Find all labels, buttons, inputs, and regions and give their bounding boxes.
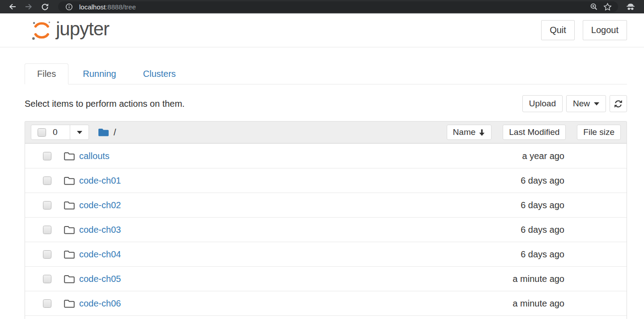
browser-toolbar: localhost:8888/tree	[0, 0, 644, 13]
caret-down-icon	[77, 131, 82, 134]
table-row: code-ch03 6 days ago	[25, 217, 627, 242]
upload-button[interactable]: Upload	[522, 95, 563, 112]
tab-running[interactable]: Running	[70, 63, 129, 84]
folder-link[interactable]: code-ch02	[79, 200, 121, 210]
jupyter-logo-icon	[31, 20, 52, 41]
zoom-icon[interactable]	[587, 1, 601, 12]
sort-name-button[interactable]: Name	[447, 125, 492, 140]
last-modified: 6 days ago	[521, 249, 564, 260]
folder-link[interactable]: code-ch04	[79, 249, 121, 260]
last-modified: 6 days ago	[521, 176, 564, 186]
row-checkbox[interactable]	[43, 299, 51, 308]
table-row: code-ch01 6 days ago	[25, 168, 627, 193]
url-text[interactable]: localhost:8888/tree	[79, 3, 136, 11]
row-checkbox[interactable]	[43, 275, 51, 283]
file-list-header: 0 / Name Last Modified	[25, 122, 627, 143]
actions-buttons: Upload New	[522, 95, 627, 112]
folder-link[interactable]: code-ch03	[79, 225, 121, 235]
folder-link[interactable]: code-ch05	[79, 274, 121, 284]
select-all-checkbox[interactable]	[38, 128, 46, 137]
tab-files[interactable]: Files	[25, 63, 68, 84]
select-all-button[interactable]: 0	[31, 125, 70, 139]
forward-icon[interactable]	[21, 0, 37, 13]
tab-clusters[interactable]: Clusters	[131, 63, 188, 84]
folder-icon	[64, 225, 75, 235]
last-modified: a minute ago	[513, 274, 564, 284]
sort-file-size-button[interactable]: File size	[577, 125, 621, 140]
last-modified: a year ago	[522, 151, 564, 161]
refresh-button[interactable]	[610, 95, 627, 112]
row-checkbox[interactable]	[43, 176, 51, 185]
row-checkbox[interactable]	[43, 226, 51, 234]
refresh-icon	[614, 100, 623, 108]
breadcrumb: /	[97, 127, 116, 138]
select-all-button-group: 0	[31, 125, 89, 140]
folder-link[interactable]: code-ch06	[79, 298, 121, 309]
address-bar[interactable]: localhost:8888/tree	[58, 1, 618, 12]
bookmark-star-icon[interactable]	[601, 1, 614, 12]
folder-icon	[64, 151, 75, 161]
folder-icon	[64, 201, 75, 210]
table-row: code-ch05 a minute ago	[25, 266, 627, 291]
reload-icon[interactable]	[37, 0, 53, 13]
main-content: Files Running Clusters Select items to p…	[25, 63, 627, 319]
table-row: code-ch06 a minute ago	[25, 291, 627, 315]
incognito-icon[interactable]	[623, 0, 639, 13]
folder-icon	[64, 299, 75, 308]
select-items-message: Select items to perform actions on them.	[25, 99, 185, 109]
last-modified: 6 days ago	[521, 200, 564, 210]
sort-name-label: Name	[453, 127, 476, 137]
sort-arrow-down-icon	[479, 129, 485, 136]
breadcrumb-folder-icon[interactable]	[97, 127, 110, 137]
table-row-partial	[25, 315, 627, 319]
folder-icon	[64, 176, 75, 185]
sort-buttons: Name Last Modified File size	[447, 125, 621, 140]
jupyter-logo-text: jupyter	[56, 20, 109, 41]
table-row: code-ch02 6 days ago	[25, 193, 627, 217]
folder-link[interactable]: callouts	[79, 151, 110, 161]
row-checkbox[interactable]	[43, 250, 51, 259]
last-modified: 6 days ago	[521, 225, 564, 235]
back-icon[interactable]	[4, 0, 21, 13]
url-host: localhost	[79, 3, 106, 11]
file-list: 0 / Name Last Modified	[25, 121, 627, 319]
info-icon[interactable]	[62, 1, 76, 12]
new-dropdown-label: New	[573, 99, 590, 109]
table-row: callouts a year ago	[25, 143, 627, 168]
breadcrumb-path[interactable]: /	[114, 127, 116, 138]
logout-button[interactable]: Logout	[583, 20, 627, 40]
row-checkbox[interactable]	[43, 201, 51, 210]
actions-row: Select items to perform actions on them.…	[25, 95, 627, 112]
sort-last-modified-button[interactable]: Last Modified	[503, 125, 566, 140]
row-checkbox[interactable]	[43, 152, 51, 160]
url-path: :8888/tree	[106, 3, 136, 11]
caret-down-icon	[594, 102, 599, 105]
jupyter-logo[interactable]: jupyter	[31, 20, 109, 41]
new-dropdown-button[interactable]: New	[566, 95, 606, 112]
selected-count: 0	[53, 127, 58, 137]
quit-button[interactable]: Quit	[541, 20, 575, 40]
header-buttons: Quit Logout	[541, 20, 627, 40]
folder-link[interactable]: code-ch01	[79, 176, 121, 186]
select-dropdown-button[interactable]	[70, 125, 89, 139]
folder-icon	[64, 250, 75, 259]
last-modified: a minute ago	[513, 298, 564, 309]
table-row: code-ch04 6 days ago	[25, 242, 627, 266]
jupyter-header: jupyter Quit Logout	[0, 13, 644, 47]
folder-icon	[64, 274, 75, 284]
tab-bar: Files Running Clusters	[25, 63, 627, 84]
